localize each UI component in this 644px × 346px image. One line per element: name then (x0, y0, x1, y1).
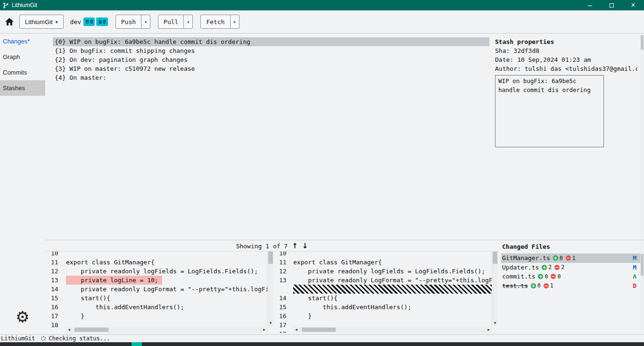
diff-pager: Showing 1 of 7 ↑ ↓ (45, 240, 499, 252)
push-split-button: Push ▾ (116, 15, 150, 29)
line-number: 17 (45, 312, 66, 321)
fetch-dropdown-button[interactable]: ▾ (230, 15, 239, 29)
statusbar-status-text: Checking status... (49, 335, 110, 342)
line-number: 12 (45, 267, 66, 276)
previous-diff-arrow-icon[interactable]: ↑ (292, 242, 298, 250)
statusbar-app-name: LithiumGit (1, 335, 35, 342)
removed-count: 2 (561, 264, 564, 270)
date-value: 10 Sep,2024 01:23 am (517, 56, 591, 63)
stash-row[interactable]: {4} On master: (53, 73, 489, 82)
scrollbar-thumb[interactable] (493, 252, 497, 264)
line-number: 10 (276, 252, 293, 258)
line-number: 18 (45, 321, 66, 329)
diff-pane-old: 101112131415161718 export class GitManag… (45, 252, 273, 333)
scrollbar-thumb[interactable] (74, 328, 108, 332)
code-line: private readonly LogFormat = "--pretty="… (66, 285, 267, 294)
repo-dropdown-button[interactable]: LithiumGit ▾ (19, 15, 64, 29)
changed-file-row[interactable]: GitManager.ts+0−1M (501, 253, 640, 263)
file-name: Updater.ts (502, 264, 539, 271)
settings-gear-icon[interactable]: ⚙ (16, 309, 30, 325)
file-status-badge: M (633, 254, 636, 262)
sidebar-item-commits[interactable]: Commits (0, 65, 45, 80)
scroll-down-icon[interactable]: ▾ (492, 320, 498, 326)
maximize-icon (610, 3, 614, 8)
scrollbar-thumb[interactable] (641, 35, 644, 50)
author-label: Author: (495, 65, 521, 72)
removed-count: 1 (572, 255, 576, 262)
statusbar: LithiumGit Checking status... (0, 334, 644, 342)
scrollbar-thumb[interactable] (302, 328, 336, 332)
spinner-icon (41, 336, 46, 341)
vertical-scrollbar[interactable]: ▾ (492, 252, 498, 326)
code-line: start(){ (293, 294, 492, 303)
code-line: export class GitManager{ (293, 258, 492, 267)
main-vertical-scrollbar[interactable] (640, 34, 644, 240)
panel-title: Changed Files (501, 241, 640, 253)
ahead-count: 0 (90, 19, 93, 25)
stash-row[interactable]: {0} WIP on bugFix: 6a9be5c handle commit… (53, 37, 489, 46)
taskbar-accent (132, 342, 142, 346)
code-line: this.addEventHandlers(); (293, 303, 492, 312)
stash-row[interactable]: {3} WIP on master: c510972 new release (53, 64, 489, 73)
maximize-button[interactable] (601, 0, 622, 10)
scroll-left-icon[interactable]: ◂ (66, 327, 72, 333)
scroll-right-icon[interactable]: ▸ (261, 327, 267, 333)
scroll-right-icon[interactable]: ▸ (486, 327, 492, 333)
chevron-down-icon: ▾ (56, 19, 58, 25)
changed-file-row[interactable]: Updater.ts+2−2M (501, 263, 640, 272)
line-number: 13 (276, 276, 293, 285)
taskbar-strip (0, 342, 644, 346)
push-button[interactable]: Push (116, 15, 141, 29)
push-dropdown-button[interactable]: ▾ (141, 15, 150, 29)
branch-status-widget[interactable]: dev ⇈ 0 ⇊ 0 (70, 17, 108, 26)
close-button[interactable]: × (622, 0, 644, 10)
sha-row: Sha:32df3d8 (495, 46, 637, 55)
pull-button[interactable]: Pull (158, 15, 184, 29)
line-number-gutter: 101112131415161718 (45, 252, 66, 333)
changed-file-row[interactable]: test.ts+0−1D (501, 281, 640, 291)
fetch-button[interactable]: Fetch (200, 15, 230, 29)
code-area: export class GitManager{ private readonl… (66, 252, 267, 326)
line-number: 11 (276, 258, 293, 267)
line-number: 13 (45, 276, 66, 285)
horizontal-scrollbar[interactable]: ◂ ▸ (66, 327, 267, 333)
code-line: private logLine = 10; (66, 276, 267, 285)
sha-value: 32df3d8 (513, 47, 539, 54)
next-diff-arrow-icon[interactable]: ↓ (302, 242, 308, 250)
line-number: 11 (45, 258, 66, 267)
removed-lines-icon: − (544, 283, 549, 288)
stash-message: WIP on bugFix: 6a9be5c handle commit dis… (498, 77, 591, 93)
scroll-left-icon[interactable]: ◂ (293, 327, 299, 333)
sidebar-item-changes[interactable]: Changes* (0, 34, 45, 49)
ahead-badge: ⇈ 0 (83, 17, 95, 26)
pager-text: Showing 1 of 7 (236, 243, 288, 250)
changed-file-row[interactable]: commit.ts+0−0A (501, 272, 640, 281)
home-button[interactable] (4, 16, 15, 27)
scroll-down-icon[interactable]: ▾ (268, 320, 273, 326)
code-line: private readonly logFields = LogFields.F… (293, 267, 492, 276)
added-lines-icon: + (538, 274, 543, 279)
minimize-button[interactable]: ─ (579, 0, 601, 10)
sidebar-item-graph[interactable]: Graph (0, 49, 45, 65)
minimize-icon: ─ (587, 2, 592, 9)
date-row: Date:10 Sep,2024 01:23 am (495, 55, 637, 64)
scrollbar-thumb[interactable] (641, 254, 644, 276)
line-number: 16 (276, 312, 293, 321)
line-number-gutter: 101112131415161718 (276, 252, 293, 333)
panel-title: Stash properties (495, 37, 640, 46)
vertical-scrollbar[interactable]: ▾ (267, 252, 273, 326)
diff-pane-new: 101112131415161718 export class GitManag… (276, 252, 498, 333)
file-name: commit.ts (502, 273, 535, 280)
collapsed-change-region (293, 285, 492, 294)
changed-files-scrollbar[interactable] (640, 241, 644, 333)
file-status-badge: A (633, 273, 636, 280)
stash-row[interactable]: {2} On dev: pagination graph changes (53, 55, 489, 64)
scrollbar-thumb[interactable] (268, 252, 273, 264)
pull-dropdown-button[interactable]: ▾ (183, 15, 193, 29)
horizontal-scrollbar[interactable]: ◂ ▸ (293, 327, 492, 333)
sidebar-item-stashes[interactable]: Stashes (0, 80, 45, 96)
stash-row[interactable]: {1} On bugFix: commit shipping changes (53, 46, 489, 55)
chevron-down-icon: ▾ (187, 19, 190, 25)
behind-arrows-icon: ⇊ (98, 19, 102, 25)
date-label: Date: (495, 56, 513, 63)
